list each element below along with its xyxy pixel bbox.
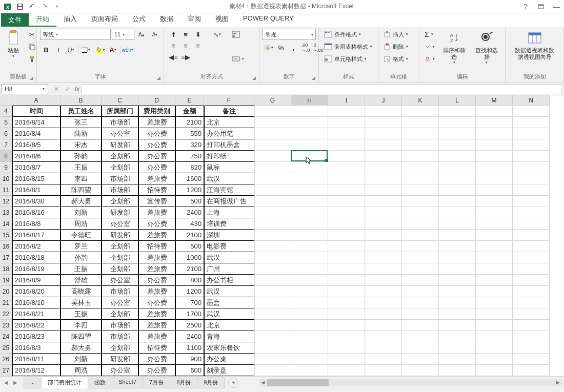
- cell-M23[interactable]: [476, 320, 513, 331]
- cell-L26[interactable]: [439, 354, 476, 365]
- cell-K8[interactable]: [402, 151, 439, 162]
- cell-I25[interactable]: [328, 342, 365, 354]
- cell-N7[interactable]: [513, 139, 550, 151]
- format-cells-button[interactable]: 格式▾: [381, 53, 410, 65]
- cell-D14[interactable]: 办公费: [138, 218, 175, 230]
- cell-C27[interactable]: 办公室: [102, 365, 138, 376]
- cell-A8[interactable]: 2016/8/6: [12, 151, 61, 162]
- formula-bar[interactable]: [82, 84, 562, 94]
- cell-G11[interactable]: [254, 184, 291, 196]
- cell-A18[interactable]: 2016/8/19: [12, 263, 61, 275]
- cell-L20[interactable]: [439, 286, 476, 297]
- tab-开始[interactable]: 开始: [29, 12, 56, 27]
- row-header-18[interactable]: 18: [0, 263, 12, 275]
- cell-G15[interactable]: [254, 230, 291, 241]
- cell-G19[interactable]: [254, 275, 291, 286]
- row-header-13[interactable]: 13: [0, 207, 12, 218]
- cell-E26[interactable]: 900: [175, 354, 204, 365]
- cell-H16[interactable]: [291, 241, 328, 252]
- cell-B24[interactable]: 陈四望: [61, 331, 102, 342]
- tab-页面布局[interactable]: 页面布局: [84, 12, 125, 27]
- cell-D23[interactable]: 差旅费: [138, 320, 175, 331]
- cell-B15[interactable]: 令德旺: [61, 230, 102, 241]
- cell-K7[interactable]: [402, 139, 439, 151]
- cell-I14[interactable]: [328, 218, 365, 230]
- cell-E27[interactable]: 600: [175, 365, 204, 376]
- font-family-combo[interactable]: 等线▾: [40, 29, 111, 40]
- row-header-19[interactable]: 19: [0, 275, 12, 286]
- accounting-format-button[interactable]: $▾: [263, 42, 275, 53]
- cell-J8[interactable]: [365, 151, 402, 162]
- cell-L14[interactable]: [439, 218, 476, 230]
- row-header-26[interactable]: 26: [0, 354, 12, 365]
- column-header-H[interactable]: H: [291, 95, 328, 106]
- align-left-button[interactable]: ≡: [167, 40, 179, 51]
- cell-J11[interactable]: [365, 184, 402, 196]
- align-right-button[interactable]: ≡: [192, 40, 204, 51]
- cell-I9[interactable]: [328, 162, 365, 173]
- cell-G5[interactable]: [254, 117, 291, 128]
- cell-K25[interactable]: [402, 342, 439, 354]
- align-middle-button[interactable]: ≡: [179, 29, 192, 40]
- cell-J10[interactable]: [365, 173, 402, 184]
- cell-H8[interactable]: [291, 151, 328, 162]
- align-center-button[interactable]: ≡: [179, 40, 192, 51]
- cell-F9[interactable]: 鼠标: [204, 162, 254, 173]
- cell-E7[interactable]: 320: [175, 139, 204, 151]
- cell-C24[interactable]: 市场部: [102, 331, 138, 342]
- cell-F7[interactable]: 打印机墨盒: [204, 139, 254, 151]
- cell-B21[interactable]: 吴林玉: [61, 297, 102, 308]
- cell-L6[interactable]: [439, 128, 476, 139]
- border-button[interactable]: ▾: [79, 44, 92, 55]
- excel-icon[interactable]: X: [2, 1, 13, 12]
- cell-L21[interactable]: [439, 297, 476, 308]
- cell-G21[interactable]: [254, 297, 291, 308]
- cell-H15[interactable]: [291, 230, 328, 241]
- column-header-I[interactable]: I: [328, 95, 365, 106]
- cell-L11[interactable]: [439, 184, 476, 196]
- cell-C23[interactable]: 市场部: [102, 320, 138, 331]
- cell-B19[interactable]: 舒雄: [61, 275, 102, 286]
- cell-N24[interactable]: [513, 331, 550, 342]
- row-header-22[interactable]: 22: [0, 308, 12, 320]
- cancel-formula-button[interactable]: ✕: [51, 84, 62, 94]
- cell-D4[interactable]: 费用类别: [138, 106, 175, 117]
- cell-F20[interactable]: 武汉: [204, 286, 254, 297]
- cell-D10[interactable]: 差旅费: [138, 173, 175, 184]
- cell-M8[interactable]: [476, 151, 513, 162]
- autosum-button[interactable]: Σ▾: [422, 29, 437, 40]
- cell-L9[interactable]: [439, 162, 476, 173]
- underline-button[interactable]: U▾: [65, 44, 77, 55]
- cell-G16[interactable]: [254, 241, 291, 252]
- cell-B10[interactable]: 李四: [61, 173, 102, 184]
- row-header-11[interactable]: 11: [0, 184, 12, 196]
- cell-A17[interactable]: 2016/8/18: [12, 252, 61, 263]
- cell-I16[interactable]: [328, 241, 365, 252]
- cell-M4[interactable]: [476, 106, 513, 117]
- cell-I26[interactable]: [328, 354, 365, 365]
- cell-D5[interactable]: 差旅费: [138, 117, 175, 128]
- cell-C19[interactable]: 办公室: [102, 275, 138, 286]
- cell-J5[interactable]: [365, 117, 402, 128]
- cell-B11[interactable]: 陈四望: [61, 184, 102, 196]
- cell-A15[interactable]: 2016/8/17: [12, 230, 61, 241]
- cell-L22[interactable]: [439, 308, 476, 320]
- cell-D15[interactable]: 差旅费: [138, 230, 175, 241]
- number-launcher[interactable]: ◢: [312, 75, 315, 80]
- cell-A10[interactable]: 2016/8/15: [12, 173, 61, 184]
- cell-F11[interactable]: 江海宾馆: [204, 184, 254, 196]
- cell-B13[interactable]: 刘新: [61, 207, 102, 218]
- cell-K6[interactable]: [402, 128, 439, 139]
- cell-J14[interactable]: [365, 218, 402, 230]
- cell-H9[interactable]: [291, 162, 328, 173]
- cell-F17[interactable]: 武汉: [204, 252, 254, 263]
- cell-C8[interactable]: 企划部: [102, 151, 138, 162]
- tab-审阅[interactable]: 审阅: [180, 12, 208, 27]
- cell-M19[interactable]: [476, 275, 513, 286]
- cell-G10[interactable]: [254, 173, 291, 184]
- column-header-F[interactable]: F: [204, 95, 254, 106]
- cell-B23[interactable]: 李四: [61, 320, 102, 331]
- cell-E22[interactable]: 1700: [175, 308, 204, 320]
- cell-A6[interactable]: 2016/8/4: [12, 128, 61, 139]
- cell-M17[interactable]: [476, 252, 513, 263]
